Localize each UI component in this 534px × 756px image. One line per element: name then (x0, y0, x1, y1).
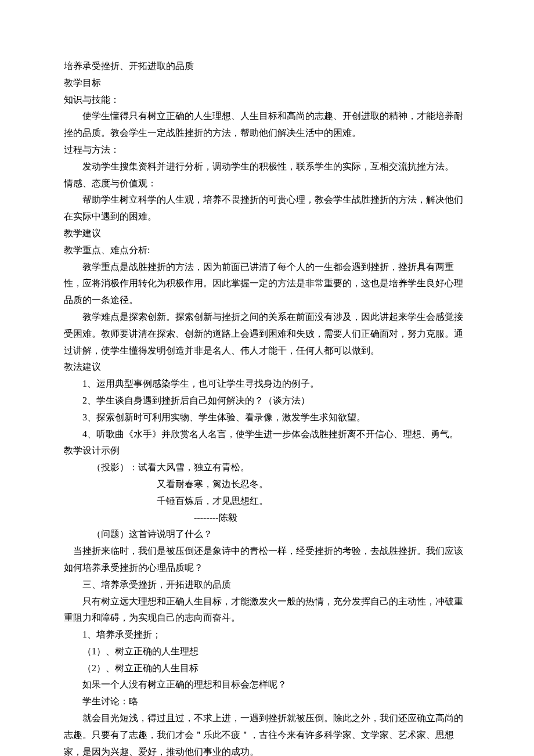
section3-body: 只有树立远大理想和正确人生目标，才能激发火一般的热情，充分发挥自己的主动性，冲破… (64, 593, 470, 627)
process-method-body: 发动学生搜集资料并进行分析，调动学生的积极性，联系学生的实际，互相交流抗挫方法。 (64, 159, 470, 175)
method-item-1: 1、运用典型事例感染学生，也可让学生寻找身边的例子。 (64, 376, 470, 393)
poem-author: --------陈毅 (64, 510, 470, 527)
focus-body-1: 教学重点是战胜挫折的方法，因为前面已讲清了每个人的一生都会遇到挫折，挫折具有两重… (64, 259, 470, 309)
projection-line: （投影）：试看大风雪，独立有青松。 (64, 459, 470, 476)
method-item-3: 3、探索创新时可利用实物、学生体验、看录像，激发学生求知欲望。 (64, 409, 470, 426)
design-body-1: 当挫折来临时，我们是被压倒还是象诗中的青松一样，经受挫折的考验，去战胜挫折。我们… (64, 543, 470, 577)
cultivate-header: 1、培养承受挫折； (64, 627, 470, 643)
knowledge-skills-header: 知识与技能： (64, 92, 470, 109)
objectives-header: 教学目标 (64, 75, 470, 92)
knowledge-skills-body: 使学生懂得只有树立正确的人生理想、人生目标和高尚的志趣、开创进取的精神，才能培养… (64, 108, 470, 142)
point-2: （2）、树立正确的人生目标 (64, 660, 470, 677)
method-item-4: 4、听歌曲《水手》并欣赏名人名言，使学生进一步体会战胜挫折离不开信心、理想、勇气… (64, 426, 470, 443)
emotion-body: 帮助学生树立科学的人生观，培养不畏挫折的可贵心理，教会学生战胜挫折的方法，解决他… (64, 192, 470, 225)
focus-body-2: 教学难点是探索创新。探索创新与挫折之间的关系在前面没有涉及，因此讲起来学生会感觉… (64, 309, 470, 359)
discuss-question: 如果一个人没有树立正确的理想和目标会怎样呢？ (64, 676, 470, 693)
projection-label: （投影）： (92, 462, 138, 472)
method-header: 教法建议 (64, 359, 470, 376)
method-item-2: 2、学生谈自身遇到挫折后自己如何解决的？（谈方法） (64, 393, 470, 409)
conclusion-body: 就会目光短浅，得过且过，不求上进，一遇到挫折就被压倒。除此之外，我们还应确立高尚… (64, 710, 470, 756)
discuss-label: 学生讨论：略 (64, 693, 470, 710)
design-header: 教学设计示例 (64, 442, 470, 459)
document-title: 培养承受挫折、开拓进取的品质 (64, 58, 470, 75)
point-1: （1）、树立正确的人生理想 (64, 643, 470, 660)
focus-header: 教学重点、难点分析: (64, 242, 470, 259)
suggestions-header: 教学建议 (64, 225, 470, 242)
process-method-header: 过程与方法： (64, 142, 470, 159)
poem-line-2: 又看耐春寒，篱边长忍冬。 (64, 476, 470, 493)
poem-line-3: 千锤百炼后，才见思想红。 (64, 493, 470, 510)
question-line: （问题）这首诗说明了什么？ (64, 526, 470, 543)
poem-line-1: 试看大风雪，独立有青松。 (138, 462, 250, 472)
section3-header: 三、培养承受挫折，开拓进取的品质 (64, 577, 470, 593)
emotion-header: 情感、态度与价值观： (64, 175, 470, 192)
